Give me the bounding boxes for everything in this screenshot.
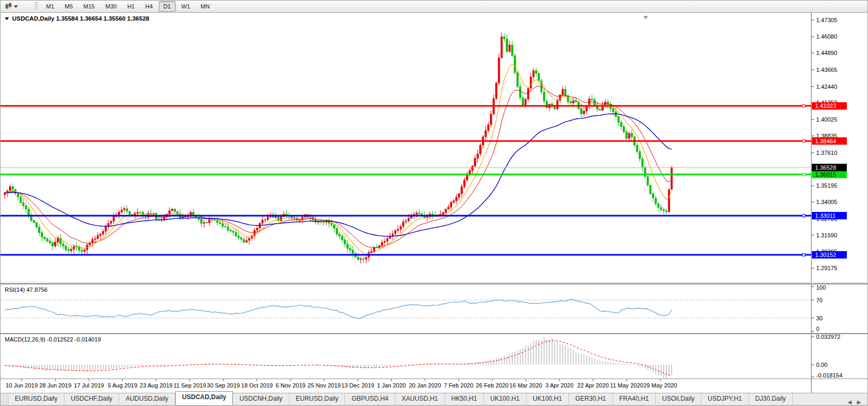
macd-histogram-bar	[509, 354, 510, 365]
candle-body	[81, 250, 83, 251]
line-drag-handle[interactable]	[802, 105, 805, 107]
macd-canvas[interactable]: 0.0329720.00-0.018154MACD(12,26,9) -0.01…	[1, 334, 868, 379]
macd-histogram-bar	[440, 364, 441, 365]
tab-ger30-h1[interactable]: GER30,H1	[569, 393, 613, 405]
timeframe-button-h1[interactable]: H1	[122, 1, 139, 12]
macd-histogram-bar	[379, 365, 380, 367]
candle-body	[275, 217, 276, 218]
tab-audusd-daily[interactable]: AUDUSD,Daily	[119, 393, 175, 405]
macd-histogram-bar	[129, 365, 130, 367]
macd-histogram-bar	[507, 355, 508, 365]
macd-histogram-bar	[616, 363, 617, 365]
candle-body	[12, 187, 13, 190]
tab-eurusd-daily[interactable]: EURUSD,Daily	[290, 393, 346, 405]
candle-body	[461, 187, 463, 193]
macd-histogram-bar	[658, 365, 659, 375]
date-label: 11 May 2020	[610, 382, 644, 389]
timeframe-button-m15[interactable]: M15	[79, 1, 100, 12]
candle-body	[62, 244, 64, 246]
macd-histogram-bar	[621, 363, 622, 365]
line-drag-handle[interactable]	[802, 140, 805, 142]
candle-body	[565, 89, 566, 96]
macd-histogram-bar	[63, 365, 64, 371]
macd-histogram-bar	[671, 365, 672, 375]
macd-histogram-bar	[44, 365, 46, 371]
rsi-scale-label: 70	[816, 297, 822, 303]
macd-histogram-bar	[392, 365, 393, 366]
tab-usoil-daily[interactable]: USOil,Daily	[656, 393, 701, 405]
tab-dj30-daily[interactable]: DJ30,Daily	[749, 393, 793, 405]
candle-body	[360, 259, 361, 260]
tab-usdchf-daily[interactable]: USDCHF,Daily	[65, 393, 120, 405]
candle-body	[472, 166, 473, 171]
tab-usdjpy-h1[interactable]: USDJPY,H1	[701, 393, 748, 405]
macd-histogram-bar	[530, 343, 531, 365]
tab-usdcad-daily[interactable]: USDCAD,Daily	[175, 391, 233, 405]
timeframe-button-d1[interactable]: D1	[159, 1, 176, 12]
candle-body	[466, 175, 468, 180]
candle-body	[336, 228, 338, 234]
candle-body	[671, 168, 672, 190]
candle-body	[222, 224, 223, 226]
chart-type-dropdown-button[interactable]	[3, 2, 20, 11]
date-label: 18 Oct 2019	[241, 382, 273, 389]
line-drag-handle[interactable]	[802, 173, 805, 176]
price-tick-label: 1.34005	[816, 199, 837, 205]
macd-histogram-bar	[169, 365, 170, 366]
rsi-background	[1, 284, 868, 333]
main-chart-canvas[interactable]: 1.473051.460801.448901.436651.424401.412…	[1, 13, 868, 284]
rsi-canvas[interactable]: 10070300RSI(14) 47.8756	[1, 284, 868, 333]
macd-histogram-bar	[374, 365, 375, 368]
timeframe-button-h4[interactable]: H4	[140, 1, 157, 12]
date-label: 29 May 2020	[644, 382, 677, 389]
macd-histogram-bar	[586, 355, 587, 365]
macd-histogram-bar	[116, 365, 117, 368]
tab-usdcnh-daily[interactable]: USDCNH,Daily	[233, 393, 289, 405]
macd-histogram-bar	[66, 365, 67, 371]
timeframe-button-w1[interactable]: W1	[177, 1, 195, 12]
timeframe-button-mn[interactable]: MN	[196, 1, 214, 12]
candle-body	[206, 223, 207, 223]
timeframe-button-m1[interactable]: M1	[41, 1, 59, 12]
tab-gbpusd-h4[interactable]: GBPUSD,H4	[345, 393, 395, 405]
timeframe-button-m5[interactable]: M5	[60, 1, 77, 12]
macd-histogram-bar	[485, 362, 486, 365]
chart-title-ohlc: USDCAD,Daily 1.35584 1.36654 1.35560 1.3…	[12, 15, 150, 22]
macd-histogram-bar	[544, 337, 545, 365]
candle-body	[41, 233, 43, 237]
candle-body	[381, 242, 383, 245]
candle-body	[232, 231, 234, 232]
price-tick-label: 1.47305	[816, 17, 837, 23]
price-tick-label: 1.31590	[816, 232, 837, 238]
macd-histogram-bar	[132, 365, 133, 367]
candle-body	[9, 187, 11, 191]
candle-body	[509, 45, 510, 51]
timeframe-toolbar: M1M5M15M30H1H4D1W1MN	[1, 1, 868, 13]
macd-histogram-bar	[307, 365, 308, 365]
timeframe-button-m30[interactable]: M30	[101, 1, 121, 12]
tab-hk50-h1[interactable]: HK50,H1	[445, 393, 484, 405]
tab-xauusd-h1[interactable]: XAUUSD,H1	[395, 393, 445, 405]
candle-body	[620, 122, 622, 126]
macd-histogram-bar	[536, 340, 537, 365]
macd-histogram-bar	[589, 357, 590, 365]
candle-body	[498, 58, 500, 83]
date-label: 13 Dec 2019	[341, 382, 374, 389]
candle-body	[110, 222, 112, 224]
macd-histogram-bar	[496, 358, 497, 365]
macd-histogram-bar	[562, 344, 563, 365]
tab-fra40-h1[interactable]: FRA40,H1	[613, 393, 656, 405]
main-chart-panel: 1.473051.460801.448901.436651.424401.412…	[1, 12, 868, 284]
tab-eurusd-daily[interactable]: EURUSD,Daily	[8, 393, 65, 405]
tab-uk100-h1[interactable]: UK100,H1	[527, 393, 569, 405]
macd-histogram-bar	[666, 365, 667, 379]
tab-uk100-h1[interactable]: UK100,H1	[484, 393, 526, 405]
line-drag-handle[interactable]	[802, 214, 805, 217]
line-drag-handle[interactable]	[802, 253, 805, 256]
toolbar-grip-handle[interactable]	[35, 2, 38, 11]
candle-body	[668, 189, 670, 211]
candle-body	[485, 131, 486, 137]
rsi-indicator-panel: 10070300RSI(14) 47.8756	[1, 283, 868, 334]
candle-body	[169, 210, 170, 214]
macd-scale-label: 0.00	[816, 362, 827, 368]
